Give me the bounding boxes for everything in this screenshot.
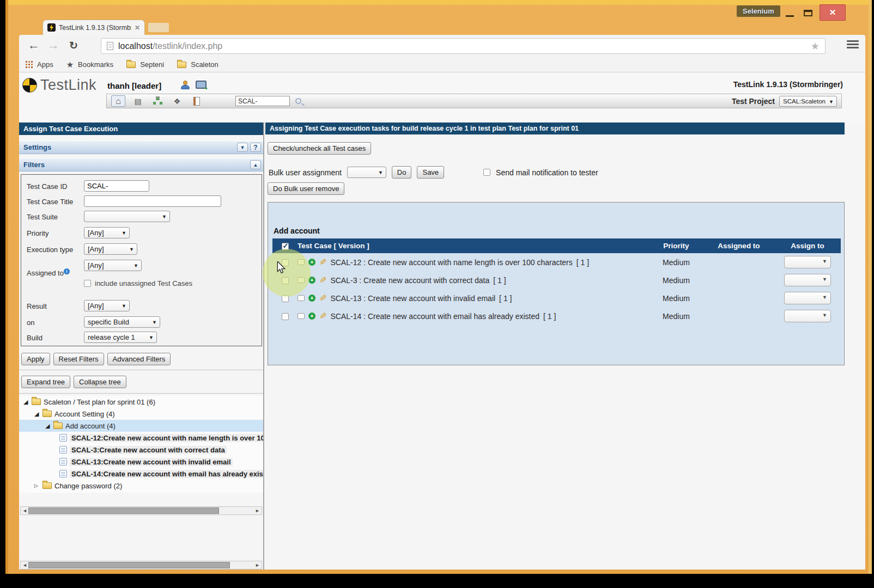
- apps-grid-icon[interactable]: [26, 61, 33, 68]
- settings-accordion[interactable]: Settings ▼ ?: [19, 140, 263, 154]
- scrollbar-thumb[interactable]: [28, 562, 230, 568]
- send-mail-checkbox[interactable]: [483, 169, 490, 176]
- apps-shortcut[interactable]: Apps: [37, 60, 53, 69]
- row-checkbox-secondary[interactable]: [298, 277, 305, 283]
- scroll-right-icon[interactable]: ►: [255, 562, 260, 568]
- minimize-button[interactable]: [782, 8, 798, 20]
- on-build-select[interactable]: specific Build▼: [84, 316, 160, 328]
- add-icon[interactable]: +: [308, 313, 315, 320]
- tree-node-testcase[interactable]: SCAL-13:Create new account with invalid …: [19, 456, 263, 468]
- back-icon[interactable]: ←: [28, 38, 40, 52]
- testcase-id-input[interactable]: [84, 180, 149, 192]
- logout-icon[interactable]: [196, 81, 207, 89]
- forward-icon[interactable]: →: [47, 38, 59, 52]
- select-all-checkbox[interactable]: [282, 243, 289, 250]
- assign-to-select[interactable]: ▼: [784, 274, 831, 286]
- scrollbar-thumb[interactable]: [28, 507, 219, 514]
- include-unassigned-checkbox[interactable]: [84, 280, 91, 287]
- do-bulk-user-remove-button[interactable]: Do Bulk user remove: [268, 182, 344, 195]
- assign-icon[interactable]: ❖: [170, 95, 184, 107]
- panel-horizontal-scrollbar[interactable]: ◄ ►: [20, 561, 262, 569]
- row-checkbox-secondary[interactable]: [298, 259, 305, 265]
- edit-pencil-icon[interactable]: ✎: [319, 257, 326, 267]
- row-checkbox-secondary[interactable]: [298, 295, 305, 301]
- tree-horizontal-scrollbar[interactable]: ◄ ►: [20, 506, 262, 515]
- assign-to-select[interactable]: ▼: [784, 256, 831, 268]
- testcase-title[interactable]: SCAL-14 : Create new account with email …: [330, 312, 539, 321]
- home-icon[interactable]: ⌂: [111, 95, 125, 107]
- tree-node-change-password[interactable]: ▷ Change password (2): [19, 480, 263, 492]
- bookmark-folder-scaleton[interactable]: Scaleton: [191, 60, 218, 69]
- reload-icon[interactable]: ↻: [69, 39, 78, 52]
- scroll-left-icon[interactable]: ◄: [22, 562, 27, 568]
- sitemap-icon[interactable]: [150, 95, 165, 107]
- tab-close-icon[interactable]: ✕: [135, 24, 140, 32]
- tree-node-add-account[interactable]: ◢ Add account (4): [19, 420, 263, 432]
- search-icon[interactable]: [295, 98, 301, 104]
- priority-select[interactable]: [Any]▼: [84, 227, 130, 238]
- execution-type-select[interactable]: [Any]▼: [84, 243, 137, 255]
- do-button[interactable]: Do: [392, 166, 412, 179]
- expand-tree-button[interactable]: Expand tree: [21, 376, 70, 388]
- result-select[interactable]: [Any]▼: [84, 300, 130, 311]
- testcase-title[interactable]: SCAL-13 : Create new account with invali…: [330, 294, 495, 303]
- filters-accordion[interactable]: Filters ▲: [19, 158, 263, 171]
- address-bar[interactable]: localhost/testlink/index.php ★: [101, 38, 826, 54]
- tree-expanded-icon[interactable]: ◢: [34, 411, 40, 418]
- assign-to-select[interactable]: ▼: [784, 292, 831, 304]
- advanced-filters-button[interactable]: Advanced Filters: [107, 353, 171, 365]
- edit-pencil-icon[interactable]: ✎: [319, 293, 326, 303]
- maximize-button[interactable]: [801, 8, 816, 20]
- bookmark-star-icon[interactable]: ★: [811, 40, 820, 52]
- documents-icon[interactable]: [190, 95, 204, 107]
- test-spec-icon[interactable]: ▤: [131, 95, 145, 107]
- tree-node-testcase[interactable]: SCAL-12:Create new account with name len…: [19, 432, 263, 444]
- test-project-select[interactable]: SCAL:Scaleton▼: [779, 96, 837, 107]
- add-icon[interactable]: +: [308, 295, 315, 302]
- row-checkbox[interactable]: [282, 259, 289, 266]
- check-uncheck-all-button[interactable]: Check/uncheck all Test cases: [268, 142, 371, 155]
- collapse-tree-button[interactable]: Collapse tree: [74, 376, 126, 388]
- tree-node-testcase[interactable]: SCAL-3:Create new account with correct d…: [19, 444, 263, 456]
- add-icon[interactable]: +: [308, 259, 315, 266]
- assign-to-select[interactable]: ▼: [784, 310, 831, 322]
- test-suite-select[interactable]: ▼: [84, 211, 170, 222]
- testcase-title[interactable]: SCAL-3 : Create new account with correct…: [330, 276, 489, 285]
- row-checkbox-secondary[interactable]: [298, 313, 305, 319]
- bookmark-folder-septeni[interactable]: Septeni: [140, 60, 164, 69]
- chrome-menu-icon[interactable]: [847, 40, 859, 50]
- assigned-to-select[interactable]: [Any]▼: [84, 260, 142, 271]
- testcase-search-input[interactable]: [235, 96, 290, 106]
- scroll-left-icon[interactable]: ◄: [22, 508, 27, 513]
- testcase-title-input[interactable]: [84, 195, 221, 207]
- testcase-version: [ 1 ]: [543, 312, 556, 321]
- row-checkbox[interactable]: [282, 313, 289, 320]
- tree-node-account-setting[interactable]: ◢ Account Setting (4): [19, 408, 263, 420]
- testcase-title[interactable]: SCAL-12 : Create new account with name l…: [330, 258, 572, 267]
- tree-node-testplan[interactable]: ◢ Scaleton / Test plan for sprint 01 (6): [19, 396, 263, 408]
- edit-pencil-icon[interactable]: ✎: [319, 311, 326, 321]
- row-checkbox[interactable]: [282, 277, 289, 284]
- close-button[interactable]: ✕: [820, 4, 846, 21]
- edit-pencil-icon[interactable]: ✎: [319, 275, 326, 285]
- bulk-user-select[interactable]: ▼: [347, 167, 386, 178]
- bookmarks-label[interactable]: Bookmarks: [78, 60, 113, 69]
- tree-collapsed-icon[interactable]: ▷: [34, 483, 40, 488]
- scroll-right-icon[interactable]: ►: [255, 508, 260, 513]
- user-account-icon[interactable]: [180, 80, 190, 90]
- tree-node-testcase[interactable]: SCAL-14:Create new account with email ha…: [19, 468, 263, 480]
- tree-expanded-icon[interactable]: ◢: [23, 399, 29, 406]
- add-icon[interactable]: +: [308, 277, 315, 284]
- save-button[interactable]: Save: [417, 166, 444, 179]
- testlink-logo[interactable]: TestLink: [22, 77, 96, 94]
- tree-expanded-icon[interactable]: ◢: [45, 422, 51, 430]
- filters-collapse-button[interactable]: ▲: [250, 160, 261, 169]
- browser-tab[interactable]: TestLink 1.9.13 (Stormbrin ✕: [43, 20, 145, 35]
- new-tab-button[interactable]: [148, 23, 169, 32]
- build-select[interactable]: release cycle 1▼: [84, 332, 157, 343]
- settings-help-button[interactable]: ?: [250, 143, 261, 152]
- row-checkbox[interactable]: [282, 295, 289, 302]
- apply-button[interactable]: Apply: [21, 353, 50, 365]
- reset-filters-button[interactable]: Reset Filters: [53, 353, 104, 365]
- settings-expand-button[interactable]: ▼: [237, 143, 248, 152]
